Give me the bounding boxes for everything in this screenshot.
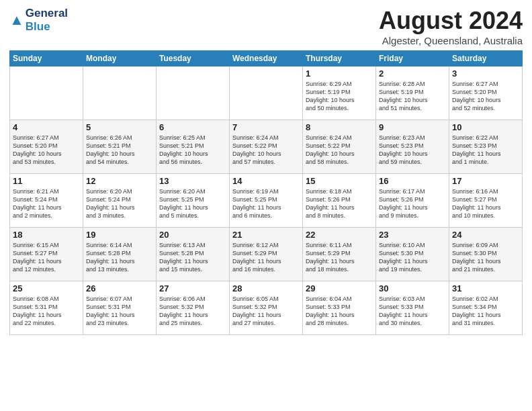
day-info: Sunrise: 6:14 AM Sunset: 5:28 PM Dayligh… (86, 241, 153, 274)
day-number: 26 (86, 283, 153, 293)
calendar-cell: 20Sunrise: 6:13 AM Sunset: 5:28 PM Dayli… (157, 228, 230, 281)
day-number: 9 (379, 122, 446, 132)
calendar-cell (230, 66, 303, 120)
day-number: 11 (13, 176, 80, 186)
calendar-cell: 11Sunrise: 6:21 AM Sunset: 5:24 PM Dayli… (10, 174, 83, 228)
day-info: Sunrise: 6:05 AM Sunset: 5:32 PM Dayligh… (232, 295, 300, 328)
title-area: August 2024 Algester, Queensland, Austra… (379, 7, 523, 46)
calendar-cell: 3Sunrise: 6:27 AM Sunset: 5:20 PM Daylig… (449, 66, 523, 120)
day-info: Sunrise: 6:20 AM Sunset: 5:25 PM Dayligh… (159, 187, 226, 220)
day-number: 15 (306, 176, 373, 186)
day-info: Sunrise: 6:24 AM Sunset: 5:22 PM Dayligh… (306, 134, 373, 167)
calendar-cell: 2Sunrise: 6:28 AM Sunset: 5:19 PM Daylig… (376, 66, 449, 120)
day-info: Sunrise: 6:04 AM Sunset: 5:33 PM Dayligh… (306, 295, 373, 328)
calendar-row: 25Sunrise: 6:08 AM Sunset: 5:31 PM Dayli… (10, 281, 523, 335)
calendar-row: 4Sunrise: 6:27 AM Sunset: 5:20 PM Daylig… (10, 120, 523, 174)
calendar-cell: 19Sunrise: 6:14 AM Sunset: 5:28 PM Dayli… (83, 228, 157, 281)
calendar-cell (157, 66, 230, 120)
calendar-cell: 4Sunrise: 6:27 AM Sunset: 5:20 PM Daylig… (10, 120, 83, 174)
day-number: 3 (452, 68, 519, 79)
day-info: Sunrise: 6:02 AM Sunset: 5:34 PM Dayligh… (452, 295, 519, 328)
day-info: Sunrise: 6:27 AM Sunset: 5:20 PM Dayligh… (452, 80, 519, 113)
calendar-cell (10, 66, 83, 120)
day-info: Sunrise: 6:08 AM Sunset: 5:31 PM Dayligh… (13, 295, 80, 328)
calendar-cell: 18Sunrise: 6:15 AM Sunset: 5:27 PM Dayli… (10, 228, 83, 281)
calendar-cell: 12Sunrise: 6:20 AM Sunset: 5:24 PM Dayli… (83, 174, 157, 228)
calendar-cell: 30Sunrise: 6:03 AM Sunset: 5:33 PM Dayli… (376, 281, 449, 335)
calendar-cell: 25Sunrise: 6:08 AM Sunset: 5:31 PM Dayli… (10, 281, 83, 335)
day-number: 5 (86, 122, 153, 132)
calendar-cell: 21Sunrise: 6:12 AM Sunset: 5:29 PM Dayli… (230, 228, 303, 281)
logo-icon: ▲ (9, 11, 24, 29)
day-number: 25 (13, 283, 80, 293)
day-info: Sunrise: 6:17 AM Sunset: 5:26 PM Dayligh… (379, 187, 446, 220)
day-number: 10 (452, 122, 519, 132)
day-number: 1 (306, 68, 373, 79)
day-info: Sunrise: 6:06 AM Sunset: 5:32 PM Dayligh… (159, 295, 226, 328)
calendar-cell: 26Sunrise: 6:07 AM Sunset: 5:31 PM Dayli… (83, 281, 157, 335)
calendar-cell: 8Sunrise: 6:24 AM Sunset: 5:22 PM Daylig… (303, 120, 376, 174)
calendar-cell: 15Sunrise: 6:18 AM Sunset: 5:26 PM Dayli… (303, 174, 376, 228)
day-info: Sunrise: 6:19 AM Sunset: 5:25 PM Dayligh… (232, 187, 300, 220)
day-info: Sunrise: 6:29 AM Sunset: 5:19 PM Dayligh… (306, 80, 373, 113)
day-info: Sunrise: 6:25 AM Sunset: 5:21 PM Dayligh… (159, 134, 226, 167)
calendar-cell: 27Sunrise: 6:06 AM Sunset: 5:32 PM Dayli… (157, 281, 230, 335)
day-info: Sunrise: 6:15 AM Sunset: 5:27 PM Dayligh… (13, 241, 80, 274)
calendar-cell: 29Sunrise: 6:04 AM Sunset: 5:33 PM Dayli… (303, 281, 376, 335)
page-container: ▲ General Blue August 2024 Algester, Que… (0, 0, 532, 342)
calendar-cell (83, 66, 157, 120)
calendar-row: 11Sunrise: 6:21 AM Sunset: 5:24 PM Dayli… (10, 174, 523, 228)
day-info: Sunrise: 6:16 AM Sunset: 5:27 PM Dayligh… (452, 187, 519, 220)
day-number: 18 (13, 230, 80, 240)
calendar-cell: 14Sunrise: 6:19 AM Sunset: 5:25 PM Dayli… (230, 174, 303, 228)
day-number: 14 (232, 176, 300, 186)
day-number: 16 (379, 176, 446, 186)
day-info: Sunrise: 6:20 AM Sunset: 5:24 PM Dayligh… (86, 187, 153, 220)
day-info: Sunrise: 6:27 AM Sunset: 5:20 PM Dayligh… (13, 134, 80, 167)
header-thursday: Thursday (303, 51, 376, 66)
calendar-cell: 13Sunrise: 6:20 AM Sunset: 5:25 PM Dayli… (157, 174, 230, 228)
header-tuesday: Tuesday (157, 51, 230, 66)
day-number: 13 (159, 176, 226, 186)
day-info: Sunrise: 6:21 AM Sunset: 5:24 PM Dayligh… (13, 187, 80, 220)
calendar-cell: 7Sunrise: 6:24 AM Sunset: 5:22 PM Daylig… (230, 120, 303, 174)
day-info: Sunrise: 6:13 AM Sunset: 5:28 PM Dayligh… (159, 241, 226, 274)
day-number: 27 (159, 283, 226, 293)
location-subtitle: Algester, Queensland, Australia (379, 35, 523, 46)
logo: ▲ General Blue (9, 7, 68, 34)
day-info: Sunrise: 6:28 AM Sunset: 5:19 PM Dayligh… (379, 80, 446, 113)
calendar-cell: 9Sunrise: 6:23 AM Sunset: 5:23 PM Daylig… (376, 120, 449, 174)
day-number: 21 (232, 230, 300, 240)
day-info: Sunrise: 6:23 AM Sunset: 5:23 PM Dayligh… (379, 134, 446, 167)
day-number: 30 (379, 283, 446, 293)
day-info: Sunrise: 6:03 AM Sunset: 5:33 PM Dayligh… (379, 295, 446, 328)
header-sunday: Sunday (10, 51, 83, 66)
calendar-cell: 10Sunrise: 6:22 AM Sunset: 5:23 PM Dayli… (449, 120, 523, 174)
day-info: Sunrise: 6:22 AM Sunset: 5:23 PM Dayligh… (452, 134, 519, 167)
calendar-cell: 28Sunrise: 6:05 AM Sunset: 5:32 PM Dayli… (230, 281, 303, 335)
day-number: 23 (379, 230, 446, 240)
header-friday: Friday (376, 51, 449, 66)
day-number: 31 (452, 283, 519, 293)
header-wednesday: Wednesday (230, 51, 303, 66)
day-number: 6 (159, 122, 226, 132)
day-number: 8 (306, 122, 373, 132)
day-number: 28 (232, 283, 300, 293)
day-number: 19 (86, 230, 153, 240)
calendar-cell: 23Sunrise: 6:10 AM Sunset: 5:30 PM Dayli… (376, 228, 449, 281)
calendar-cell: 31Sunrise: 6:02 AM Sunset: 5:34 PM Dayli… (449, 281, 523, 335)
calendar-cell: 6Sunrise: 6:25 AM Sunset: 5:21 PM Daylig… (157, 120, 230, 174)
calendar-cell: 5Sunrise: 6:26 AM Sunset: 5:21 PM Daylig… (83, 120, 157, 174)
day-number: 2 (379, 68, 446, 79)
calendar-cell: 22Sunrise: 6:11 AM Sunset: 5:29 PM Dayli… (303, 228, 376, 281)
day-info: Sunrise: 6:11 AM Sunset: 5:29 PM Dayligh… (306, 241, 373, 274)
calendar-table: Sunday Monday Tuesday Wednesday Thursday… (9, 50, 523, 335)
day-info: Sunrise: 6:10 AM Sunset: 5:30 PM Dayligh… (379, 241, 446, 274)
day-info: Sunrise: 6:18 AM Sunset: 5:26 PM Dayligh… (306, 187, 373, 220)
day-number: 7 (232, 122, 300, 132)
logo-blue: Blue (26, 20, 50, 33)
day-number: 22 (306, 230, 373, 240)
day-info: Sunrise: 6:09 AM Sunset: 5:30 PM Dayligh… (452, 241, 519, 274)
calendar-row: 1Sunrise: 6:29 AM Sunset: 5:19 PM Daylig… (10, 66, 523, 120)
logo-general: General (26, 7, 68, 19)
